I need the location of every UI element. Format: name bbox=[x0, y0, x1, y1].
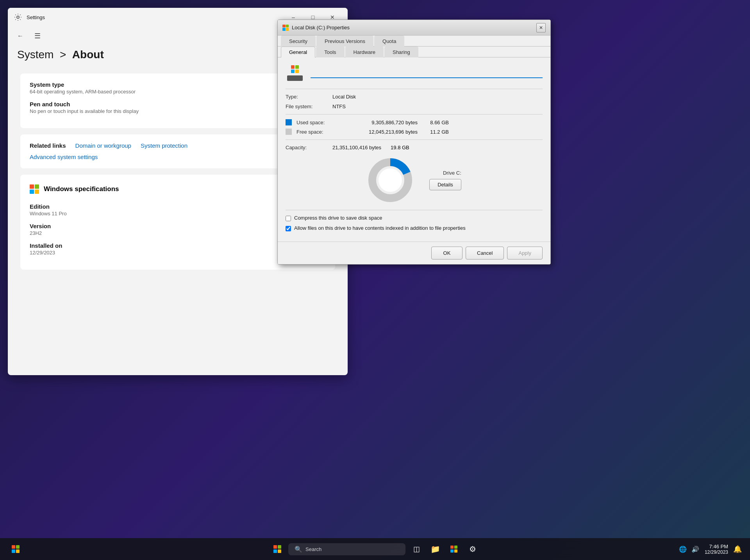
capacity-label: Capacity: bbox=[286, 145, 332, 150]
windows-logo bbox=[30, 184, 39, 194]
dialog-footer: OK Cancel Apply bbox=[278, 242, 550, 264]
store-button[interactable] bbox=[446, 541, 462, 557]
free-gb: 11.2 GB bbox=[418, 129, 449, 135]
dialog-disk-icon bbox=[282, 25, 289, 31]
win-spec-title: Windows specifications bbox=[44, 185, 119, 193]
free-bytes: 12,045,213,696 bytes bbox=[339, 129, 418, 135]
disk-name-row bbox=[286, 64, 543, 82]
time-display: 7:46 PM bbox=[709, 544, 728, 549]
hamburger-button[interactable]: ☰ bbox=[31, 30, 44, 42]
breadcrumb-parent: System bbox=[17, 48, 54, 61]
taskbar-left bbox=[8, 541, 23, 557]
titlebar-left: Settings bbox=[14, 13, 45, 21]
taskbar-start-center[interactable] bbox=[270, 541, 285, 557]
taskbar: 🔍 Search ◫ 📁 ⚙ 🌐 🔊 bbox=[0, 538, 750, 560]
tab-quota[interactable]: Quota bbox=[374, 36, 404, 47]
free-space-row: Free space: 12,045,213,696 bytes 11.2 GB bbox=[286, 129, 543, 135]
ok-button[interactable]: OK bbox=[431, 247, 462, 259]
taskbar-settings-button[interactable]: ⚙ bbox=[465, 541, 480, 557]
system-tray: 🌐 🔊 bbox=[678, 544, 700, 554]
globe-icon[interactable]: 🌐 bbox=[678, 544, 688, 554]
filesystem-row: File system: NTFS bbox=[286, 104, 543, 109]
drive-body bbox=[287, 75, 303, 81]
capacity-bytes: 21,351,100,416 bytes bbox=[332, 145, 381, 150]
divider-3 bbox=[286, 140, 543, 140]
win-logo-tile-blue bbox=[30, 190, 34, 194]
dialog-body: Type: Local Disk File system: NTFS Used … bbox=[278, 57, 550, 242]
tab-previous-versions[interactable]: Previous Versions bbox=[316, 36, 373, 47]
free-color-box bbox=[286, 129, 292, 135]
used-bytes: 9,305,886,720 bytes bbox=[339, 120, 418, 125]
compress-checkbox-row: Compress this drive to save disk space bbox=[286, 215, 543, 221]
disk-windows-logo bbox=[291, 65, 299, 73]
dialog-title-text: Local Disk (C:) Properties bbox=[292, 25, 350, 30]
date-display: 12/29/2023 bbox=[705, 549, 728, 555]
center-start-logo bbox=[273, 545, 281, 553]
dialog-tabs-row2: General Tools Hardware Sharing bbox=[278, 47, 550, 57]
win-logo-tile-green bbox=[35, 184, 39, 189]
compress-label[interactable]: Compress this drive to save disk space bbox=[294, 215, 382, 221]
drive-label-area: Drive C: Details bbox=[429, 170, 461, 190]
divider-4 bbox=[286, 210, 543, 210]
win-spec-title-row: Windows specifications bbox=[30, 184, 119, 194]
type-label: Type: bbox=[286, 94, 332, 100]
drive-label: Drive C: bbox=[443, 170, 461, 176]
svg-point-3 bbox=[379, 168, 402, 192]
used-color-box bbox=[286, 119, 292, 125]
tab-security[interactable]: Security bbox=[281, 36, 316, 47]
divider-2 bbox=[286, 114, 543, 115]
properties-dialog: Local Disk (C:) Properties ✕ Security Pr… bbox=[277, 20, 551, 265]
chart-container: Drive C: Details bbox=[286, 157, 543, 204]
index-label[interactable]: Allow files on this drive to have conten… bbox=[294, 225, 466, 231]
tab-hardware[interactable]: Hardware bbox=[345, 47, 384, 57]
donut-chart bbox=[367, 157, 414, 204]
compress-checkbox[interactable] bbox=[286, 216, 291, 221]
dialog-tabs-row1: Security Previous Versions Quota bbox=[278, 36, 550, 47]
advanced-system-settings-link[interactable]: Advanced system settings bbox=[30, 154, 98, 160]
system-protection-link[interactable]: System protection bbox=[141, 142, 188, 149]
taskview-button[interactable]: ◫ bbox=[409, 541, 424, 557]
win-logo-tile-yellow bbox=[35, 190, 39, 194]
details-button[interactable]: Details bbox=[429, 179, 461, 190]
used-space-row: Used space: 9,305,886,720 bytes 8.66 GB bbox=[286, 119, 543, 125]
titlebar-title: Settings bbox=[27, 14, 45, 20]
cancel-button[interactable]: Cancel bbox=[466, 247, 504, 259]
index-checkbox-row: Allow files on this drive to have conten… bbox=[286, 225, 543, 231]
dialog-close-button[interactable]: ✕ bbox=[536, 23, 546, 32]
time-area[interactable]: 7:46 PM 12/29/2023 bbox=[705, 544, 728, 555]
domain-workgroup-link[interactable]: Domain or workgroup bbox=[75, 142, 131, 149]
filesystem-label: File system: bbox=[286, 104, 332, 109]
taskbar-right: 🌐 🔊 7:46 PM 12/29/2023 🔔 bbox=[678, 544, 742, 555]
apply-button[interactable]: Apply bbox=[507, 247, 543, 259]
filesystem-value: NTFS bbox=[332, 104, 346, 109]
free-label: Free space: bbox=[296, 129, 339, 135]
win-logo-tile-red bbox=[30, 184, 34, 189]
start-button[interactable] bbox=[8, 541, 23, 557]
taskbar-search[interactable]: 🔍 Search bbox=[288, 543, 405, 555]
divider-1 bbox=[286, 89, 543, 89]
breadcrumb-current: About bbox=[72, 48, 104, 61]
tab-tools[interactable]: Tools bbox=[316, 47, 344, 57]
breadcrumb-separator: > bbox=[60, 48, 66, 61]
capacity-row: Capacity: 21,351,100,416 bytes 19.8 GB bbox=[286, 145, 543, 150]
notification-icon[interactable]: 🔔 bbox=[733, 544, 742, 554]
store-logo bbox=[450, 546, 457, 553]
search-text: Search bbox=[305, 546, 321, 552]
dialog-titlebar: Local Disk (C:) Properties ✕ bbox=[278, 20, 550, 36]
capacity-gb: 19.8 GB bbox=[391, 145, 409, 150]
tab-general[interactable]: General bbox=[281, 47, 315, 57]
dialog-title-left: Local Disk (C:) Properties bbox=[282, 25, 350, 31]
search-icon: 🔍 bbox=[295, 546, 302, 553]
used-label: Used space: bbox=[296, 120, 339, 125]
volume-icon[interactable]: 🔊 bbox=[691, 544, 700, 554]
tab-sharing[interactable]: Sharing bbox=[384, 47, 418, 57]
desktop: Settings – □ ✕ ← ☰ System > About System bbox=[0, 0, 750, 560]
back-button[interactable]: ← bbox=[14, 30, 27, 42]
taskbar-center: 🔍 Search ◫ 📁 ⚙ bbox=[270, 541, 480, 557]
file-explorer-button[interactable]: 📁 bbox=[427, 541, 443, 557]
disk-name-input[interactable] bbox=[311, 68, 543, 78]
type-row: Type: Local Disk bbox=[286, 94, 543, 100]
disk-icon bbox=[286, 64, 304, 82]
index-checkbox[interactable] bbox=[286, 226, 291, 231]
type-value: Local Disk bbox=[332, 94, 356, 100]
